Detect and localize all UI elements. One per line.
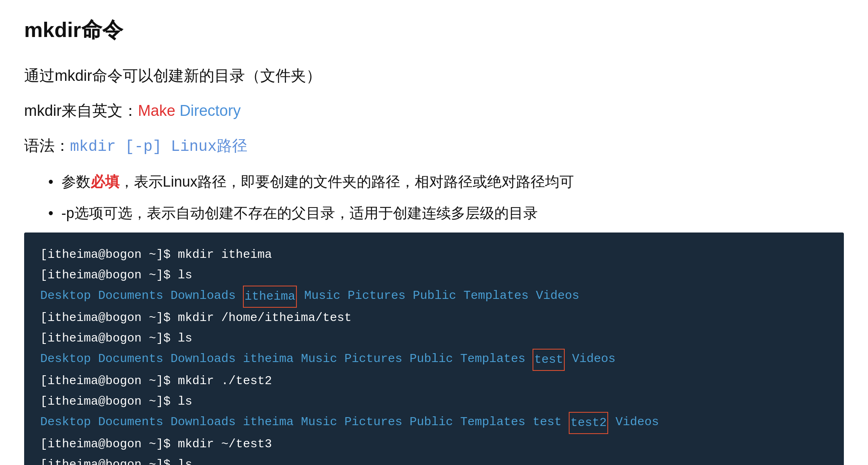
- terminal-dir-item: Videos: [572, 349, 615, 371]
- bullet2-text: -p选项可选，表示自动创建不存在的父目录，适用于创建连续多层级的目录: [62, 202, 538, 225]
- desc2: mkdir来自英文：Make Directory: [24, 99, 844, 122]
- terminal-dir-item: Templates: [463, 286, 529, 308]
- bullet1-label: 参数: [62, 173, 91, 190]
- terminal-dir-item: Pictures: [348, 286, 405, 308]
- terminal-dir-item: Music: [301, 349, 337, 371]
- desc2-make: Make: [138, 102, 175, 119]
- terminal-dir-item: itheima: [243, 286, 297, 308]
- bullet1-dot: •: [48, 170, 53, 193]
- desc2-prefix: mkdir来自英文：: [24, 102, 138, 119]
- terminal-dir-item: Desktop: [40, 286, 91, 308]
- terminal-dir-item: Downloads: [171, 349, 236, 371]
- terminal-dir-item: Documents: [98, 286, 163, 308]
- terminal-dir-item: Videos: [615, 412, 659, 434]
- desc1: 通过mkdir命令可以创建新的目录（文件夹）: [24, 64, 844, 87]
- terminal-dir-item: test: [533, 412, 562, 434]
- terminal-dir-item: Downloads: [171, 412, 236, 434]
- bullet1-red: 必填: [91, 173, 119, 190]
- terminal-dir-item: Templates: [460, 349, 525, 371]
- syntax-prefix: 语法：: [24, 137, 70, 154]
- terminal-prompt-line: [itheima@bogon ~]$ mkdir itheima: [40, 245, 828, 265]
- terminal-dir-item: Documents: [98, 349, 163, 371]
- bullet2: • -p选项可选，表示自动创建不存在的父目录，适用于创建连续多层级的目录: [24, 202, 844, 225]
- desc2-space: [175, 102, 180, 119]
- bullet1: • 参数必填，表示Linux路径，即要创建的文件夹的路径，相对路径或绝对路径均可: [24, 170, 844, 193]
- terminal-dir-row: DesktopDocumentsDownloadsitheimaMusicPic…: [40, 349, 828, 371]
- terminal-dir-item: Documents: [98, 412, 163, 434]
- terminal-dir-item: Desktop: [40, 412, 91, 434]
- terminal-dir-item: Templates: [460, 412, 525, 434]
- terminal-dir-item: test: [533, 349, 565, 371]
- content-area: mkdir命令 通过mkdir命令可以创建新的目录（文件夹） mkdir来自英文…: [0, 0, 868, 465]
- terminal-dir-item: Downloads: [171, 286, 236, 308]
- terminal-dir-row: DesktopDocumentsDownloadsitheimaMusicPic…: [40, 412, 828, 434]
- terminal-dir-item: itheima: [243, 349, 294, 371]
- terminal-dir-item: Pictures: [344, 349, 402, 371]
- terminal-prompt-line: [itheima@bogon ~]$ ls: [40, 328, 828, 349]
- terminal-prompt-line: [itheima@bogon ~]$ ls: [40, 391, 828, 412]
- terminal-prompt-line: [itheima@bogon ~]$ mkdir ./test2: [40, 371, 828, 391]
- terminal-dir-item: Music: [301, 412, 337, 434]
- terminal-prompt-line: [itheima@bogon ~]$ ls: [40, 265, 828, 286]
- syntax-line: 语法：mkdir [-p] Linux路径: [24, 134, 844, 158]
- terminal-dir-item: Music: [304, 286, 340, 308]
- bullet1-text: 参数必填，表示Linux路径，即要创建的文件夹的路径，相对路径或绝对路径均可: [62, 170, 574, 193]
- terminal-dir-item: Desktop: [40, 349, 91, 371]
- terminal-dir-item: Videos: [536, 286, 579, 308]
- bullet2-dot: •: [48, 202, 53, 225]
- desc2-dir: Directory: [179, 102, 241, 119]
- terminal-dir-item: itheima: [243, 412, 294, 434]
- terminal-dir-row: DesktopDocumentsDownloadsitheimaMusicPic…: [40, 286, 828, 308]
- terminal-dir-item: Public: [409, 349, 453, 371]
- syntax-code: mkdir [-p] Linux路径: [70, 138, 247, 155]
- terminal: [itheima@bogon ~]$ mkdir itheima[itheima…: [24, 232, 844, 465]
- bullet1-suffix: ，表示Linux路径，即要创建的文件夹的路径，相对路径或绝对路径均可: [119, 173, 574, 190]
- terminal-dir-item: test2: [569, 412, 608, 434]
- terminal-prompt-line: [itheima@bogon ~]$ mkdir ~/test3: [40, 434, 828, 455]
- terminal-prompt-line: [itheima@bogon ~]$ ls: [40, 455, 828, 465]
- terminal-dir-item: Public: [409, 412, 453, 434]
- terminal-prompt-line: [itheima@bogon ~]$ mkdir /home/itheima/t…: [40, 308, 828, 328]
- terminal-dir-item: Public: [413, 286, 456, 308]
- terminal-dir-item: Pictures: [344, 412, 402, 434]
- page-title: mkdir命令: [24, 16, 844, 44]
